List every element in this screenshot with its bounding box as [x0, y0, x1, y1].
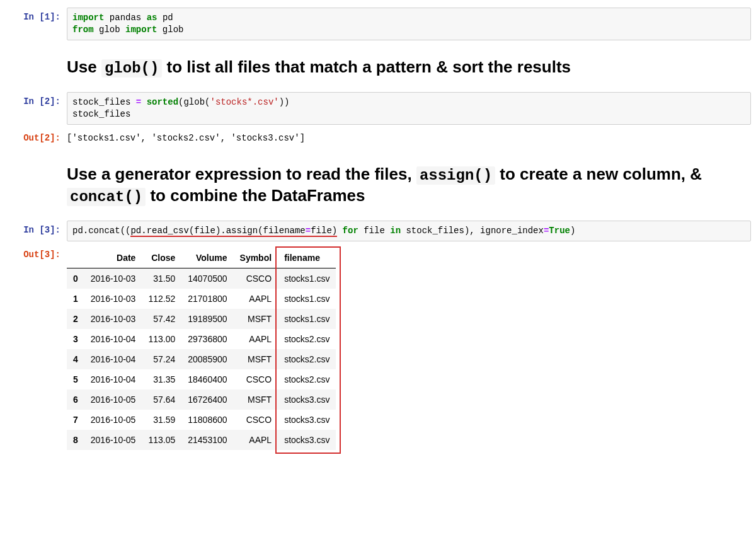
output-cell-3: Out[3]: DateCloseVolumeSymbolfilename020… — [5, 245, 751, 452]
code-cell-1: In [1]: import pandas as pd from glob im… — [5, 8, 751, 40]
code-area-3[interactable]: pd.concat((pd.read_csv(file).assign(file… — [67, 221, 751, 241]
column-header: filename — [278, 248, 336, 268]
cell: 31.50 — [142, 268, 181, 289]
cell: 2016-10-04 — [84, 329, 142, 349]
cell: stocks2.csv — [278, 349, 336, 369]
dataframe-table: DateCloseVolumeSymbolfilename02016-10-03… — [67, 248, 336, 450]
in-prompt-1: In [1]: — [5, 8, 67, 23]
cell: 57.24 — [142, 349, 181, 369]
code-cell-2: In [2]: stock_files = sorted(glob('stock… — [5, 92, 751, 125]
cell: 11808600 — [181, 410, 233, 430]
table-row: 72016-10-0531.5911808600CSCOstocks3.csv — [67, 410, 336, 430]
cell: 19189500 — [181, 309, 233, 329]
cell: 2016-10-05 — [84, 430, 142, 450]
cell: 2016-10-05 — [84, 410, 142, 430]
cell: AAPL — [234, 289, 278, 309]
cell: stocks1.csv — [278, 309, 336, 329]
column-header: Volume — [181, 248, 233, 268]
table-row: 22016-10-0357.4219189500MSFTstocks1.csv — [67, 309, 336, 329]
code-cell-3: In [3]: pd.concat((pd.read_csv(file).ass… — [5, 221, 751, 241]
cell: 21453100 — [181, 430, 233, 450]
cell: AAPL — [234, 430, 278, 450]
cell: stocks3.csv — [278, 410, 336, 430]
cell: stocks1.csv — [278, 289, 336, 309]
row-index: 5 — [67, 369, 84, 389]
cell: stocks2.csv — [278, 369, 336, 389]
cell: 2016-10-05 — [84, 389, 142, 410]
cell: 14070500 — [181, 268, 233, 289]
output-cell-2: Out[2]: ['stocks1.csv', 'stocks2.csv', '… — [5, 129, 751, 148]
cell: 31.59 — [142, 410, 181, 430]
cell: 2016-10-04 — [84, 369, 142, 389]
cell: CSCO — [234, 268, 278, 289]
column-header: Date — [84, 248, 142, 268]
column-header: Symbol — [234, 248, 278, 268]
cell: MSFT — [234, 309, 278, 329]
cell: 112.52 — [142, 289, 181, 309]
cell: CSCO — [234, 369, 278, 389]
row-index: 7 — [67, 410, 84, 430]
cell: 113.05 — [142, 430, 181, 450]
cell: 113.00 — [142, 329, 181, 349]
row-index: 1 — [67, 289, 84, 309]
row-index: 3 — [67, 329, 84, 349]
cell: 20085900 — [181, 349, 233, 369]
table-row: 02016-10-0331.5014070500CSCOstocks1.csv — [67, 268, 336, 289]
table-row: 52016-10-0431.3518460400CSCOstocks2.csv — [67, 369, 336, 389]
row-index: 4 — [67, 349, 84, 369]
cell: MSFT — [234, 389, 278, 410]
cell: 21701800 — [181, 289, 233, 309]
cell: 18460400 — [181, 369, 233, 389]
table-row: 32016-10-04113.0029736800AAPLstocks2.csv — [67, 329, 336, 349]
code-area-2[interactable]: stock_files = sorted(glob('stocks*.csv')… — [67, 92, 751, 125]
cell: 2016-10-03 — [84, 268, 142, 289]
code-area-1[interactable]: import pandas as pd from glob import glo… — [67, 8, 751, 40]
markdown-heading-2: Use a generator expression to read the f… — [67, 164, 751, 207]
output-text-2: ['stocks1.csv', 'stocks2.csv', 'stocks3.… — [67, 129, 751, 148]
cell: AAPL — [234, 329, 278, 349]
cell: 57.42 — [142, 309, 181, 329]
cell: stocks3.csv — [278, 389, 336, 410]
table-row: 12016-10-03112.5221701800AAPLstocks1.csv — [67, 289, 336, 309]
cell: 31.35 — [142, 369, 181, 389]
row-index: 6 — [67, 389, 84, 410]
table-row: 62016-10-0557.6416726400MSFTstocks3.csv — [67, 389, 336, 410]
cell: 16726400 — [181, 389, 233, 410]
dataframe-wrap: DateCloseVolumeSymbolfilename02016-10-03… — [67, 245, 336, 450]
in-prompt-2: In [2]: — [5, 92, 67, 108]
markdown-cell-2: Use a generator expression to read the f… — [5, 151, 751, 217]
markdown-heading-1: Use glob() to list all files that match … — [67, 57, 751, 78]
cell: 2016-10-03 — [84, 309, 142, 329]
in-prompt-3: In [3]: — [5, 221, 67, 236]
out-prompt-2: Out[2]: — [5, 129, 67, 144]
cell: 2016-10-04 — [84, 349, 142, 369]
cell: CSCO — [234, 410, 278, 430]
cell: stocks2.csv — [278, 329, 336, 349]
column-header: Close — [142, 248, 181, 268]
cell: stocks1.csv — [278, 268, 336, 289]
cell: stocks3.csv — [278, 430, 336, 450]
markdown-cell-1: Use glob() to list all files that match … — [5, 44, 751, 88]
cell: 29736800 — [181, 329, 233, 349]
cell: MSFT — [234, 349, 278, 369]
row-index: 8 — [67, 430, 84, 450]
out-prompt-3: Out[3]: — [5, 245, 67, 261]
row-index: 0 — [67, 268, 84, 289]
cell: 57.64 — [142, 389, 181, 410]
cell: 2016-10-03 — [84, 289, 142, 309]
row-index: 2 — [67, 309, 84, 329]
table-row: 82016-10-05113.0521453100AAPLstocks3.csv — [67, 430, 336, 450]
table-row: 42016-10-0457.2420085900MSFTstocks2.csv — [67, 349, 336, 369]
